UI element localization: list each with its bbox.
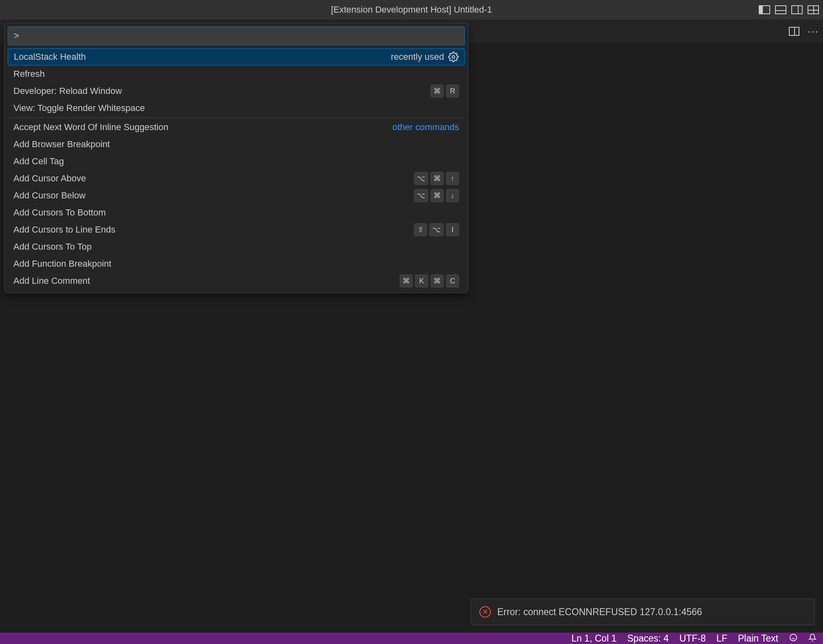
command-item-label: Add Line Comment xyxy=(13,276,90,286)
key: ⌥ xyxy=(414,189,428,202)
key: ⇧ xyxy=(414,223,427,236)
key: ⌥ xyxy=(429,223,444,236)
key: C xyxy=(446,274,459,287)
key: I xyxy=(446,223,459,236)
command-group-separator xyxy=(8,117,465,118)
command-list: LocalStack Healthrecently usedRefreshDev… xyxy=(8,48,465,289)
layout-sidebar-left-icon[interactable] xyxy=(759,5,770,14)
command-item[interactable]: Add Cursor Below⌥⌘↓ xyxy=(8,187,465,204)
command-item-label: Add Browser Breakpoint xyxy=(13,139,110,150)
key: ↑ xyxy=(446,172,459,185)
command-item-right: ⌘K⌘C xyxy=(400,274,459,287)
command-item-label: Developer: Reload Window xyxy=(13,86,122,96)
command-item-label: Add Cursors To Bottom xyxy=(13,207,106,218)
more-actions-icon[interactable]: ··· xyxy=(808,25,819,38)
status-cursor-position[interactable]: Ln 1, Col 1 xyxy=(571,633,616,644)
layout-customize-icon[interactable] xyxy=(808,5,819,14)
titlebar-layout-controls xyxy=(759,5,819,14)
command-item-label: Refresh xyxy=(13,69,45,79)
key: R xyxy=(446,85,459,98)
key: ⌘ xyxy=(431,172,444,185)
command-item[interactable]: Refresh xyxy=(8,65,465,83)
command-item[interactable]: View: Toggle Render Whitespace xyxy=(8,100,465,117)
command-item[interactable]: Accept Next Word Of Inline Suggestionoth… xyxy=(8,119,465,136)
command-item[interactable]: Add Function Breakpoint xyxy=(8,255,465,272)
command-item[interactable]: Add Line Comment⌘K⌘C xyxy=(8,272,465,289)
keybinding: ⌥⌘↓ xyxy=(414,189,459,202)
command-item[interactable]: Developer: Reload Window⌘R xyxy=(8,83,465,100)
statusbar: Ln 1, Col 1 Spaces: 4 UTF-8 LF Plain Tex… xyxy=(0,633,823,644)
command-item-right: ⇧⌥I xyxy=(414,223,459,236)
status-indentation[interactable]: Spaces: 4 xyxy=(627,633,668,644)
command-item-right: ⌥⌘↓ xyxy=(414,189,459,202)
command-item-right: ⌥⌘↑ xyxy=(414,172,459,185)
gear-icon[interactable] xyxy=(448,52,459,62)
notification-message: Error: connect ECONNREFUSED 127.0.0.1:45… xyxy=(497,607,702,618)
command-item-label: View: Toggle Render Whitespace xyxy=(13,103,145,113)
feedback-icon[interactable] xyxy=(789,633,798,644)
command-item[interactable]: Add Cursors to Line Ends⇧⌥I xyxy=(8,221,465,238)
command-item[interactable]: Add Cell Tag xyxy=(8,153,465,170)
editor-actions: ··· xyxy=(789,25,819,38)
command-item-label: Add Function Breakpoint xyxy=(13,259,111,269)
svg-point-1 xyxy=(790,634,797,641)
command-item[interactable]: Add Cursor Above⌥⌘↑ xyxy=(8,170,465,187)
command-input[interactable] xyxy=(8,26,465,45)
key: ⌘ xyxy=(431,274,444,287)
key: ⌘ xyxy=(431,189,444,202)
status-encoding[interactable]: UTF-8 xyxy=(679,633,706,644)
command-item-label: Add Cursors to Line Ends xyxy=(13,224,115,235)
group-label: other commands xyxy=(392,122,459,133)
window-title: [Extension Development Host] Untitled-1 xyxy=(331,4,492,15)
command-item[interactable]: Add Cursors To Top xyxy=(8,238,465,255)
keybinding: ⌘R xyxy=(431,85,459,98)
keybinding: ⌥⌘↑ xyxy=(414,172,459,185)
command-item-label: Add Cursors To Top xyxy=(13,242,91,252)
layout-sidebar-right-icon[interactable] xyxy=(791,5,803,14)
key: ⌘ xyxy=(400,274,413,287)
status-eol[interactable]: LF xyxy=(716,633,727,644)
command-item[interactable]: Add Browser Breakpoint xyxy=(8,136,465,153)
keybinding: ⌘K⌘C xyxy=(400,274,459,287)
command-item-right: other commands xyxy=(392,122,459,133)
key: ⌥ xyxy=(414,172,428,185)
status-language[interactable]: Plain Text xyxy=(738,633,778,644)
svg-point-0 xyxy=(452,56,455,59)
command-item[interactable]: Add Cursors To Bottom xyxy=(8,204,465,221)
layout-panel-bottom-icon[interactable] xyxy=(775,5,786,14)
command-item[interactable]: LocalStack Healthrecently used xyxy=(8,48,465,65)
split-editor-icon[interactable] xyxy=(789,27,799,36)
titlebar: [Extension Development Host] Untitled-1 xyxy=(0,0,823,20)
group-label: recently used xyxy=(391,52,444,62)
keybinding: ⇧⌥I xyxy=(414,223,459,236)
command-item-label: Add Cursor Below xyxy=(13,190,85,201)
command-item-right: ⌘R xyxy=(431,85,459,98)
key: ↓ xyxy=(446,189,459,202)
error-notification[interactable]: ✕ Error: connect ECONNREFUSED 127.0.0.1:… xyxy=(471,598,815,625)
key: ⌘ xyxy=(431,85,444,98)
command-item-label: Add Cursor Above xyxy=(13,173,86,184)
command-item-right: recently used xyxy=(391,52,459,62)
error-icon: ✕ xyxy=(479,606,491,618)
command-palette: LocalStack Healthrecently usedRefreshDev… xyxy=(4,23,468,293)
key: K xyxy=(415,274,428,287)
command-item-label: Add Cell Tag xyxy=(13,156,64,167)
command-item-label: Accept Next Word Of Inline Suggestion xyxy=(13,122,168,133)
bell-icon[interactable] xyxy=(808,633,816,644)
command-item-label: LocalStack Health xyxy=(14,52,86,62)
